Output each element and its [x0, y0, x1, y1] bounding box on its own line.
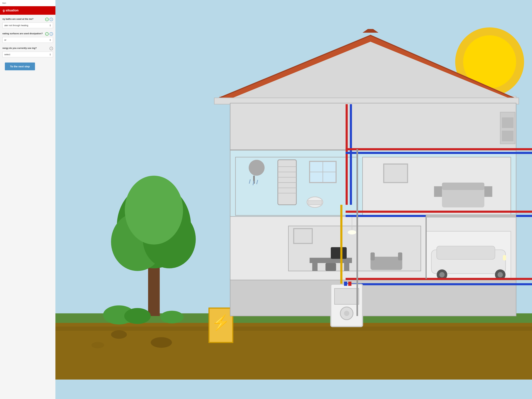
- svg-rect-30: [437, 246, 495, 259]
- svg-rect-75: [502, 131, 513, 141]
- select-wrapper-2: or Floor Radiator ⇕: [2, 37, 53, 43]
- svg-rect-68: [442, 183, 484, 190]
- breadcrumb-text: tion: [2, 2, 6, 4]
- question-icons-3: ✓: [50, 47, 53, 50]
- question-block-3: nergy do you currently use ing? ✓ select…: [2, 47, 53, 57]
- svg-text:⚡: ⚡: [211, 314, 230, 331]
- question-label-3: nergy do you currently use ing?: [2, 47, 50, 50]
- left-panel: tion g situation ny baths are used at th…: [0, 0, 55, 399]
- svg-rect-74: [502, 117, 513, 128]
- svg-point-8: [91, 342, 104, 348]
- select-wrapper-3: select Gas Electric Oil ⇕: [2, 52, 53, 57]
- svg-rect-70: [484, 186, 492, 197]
- svg-point-7: [151, 337, 172, 348]
- svg-rect-40: [331, 247, 347, 259]
- svg-rect-62: [308, 201, 322, 205]
- svg-rect-41: [325, 263, 336, 271]
- svg-rect-91: [344, 282, 347, 286]
- section-header: g situation: [0, 6, 55, 15]
- section-title: g situation: [3, 9, 19, 12]
- svg-rect-43: [370, 253, 374, 260]
- breadcrumb: tion: [0, 0, 55, 6]
- svg-point-49: [249, 160, 265, 176]
- svg-point-33: [439, 272, 445, 278]
- svg-point-6: [111, 330, 127, 339]
- question-block-2: eating surfaces are used dissipation? ✓ …: [2, 32, 53, 43]
- svg-point-47: [348, 230, 356, 234]
- svg-rect-5: [55, 327, 532, 331]
- question-label-row-3: nergy do you currently use ing? ✓: [2, 47, 53, 50]
- form-section: ny baths are used at the me? ✓ i ater no…: [0, 15, 55, 399]
- svg-rect-92: [348, 282, 351, 286]
- svg-rect-88: [334, 289, 359, 304]
- svg-rect-39: [344, 263, 349, 271]
- select-wrapper-1: ater not through heating Water through h…: [2, 23, 53, 28]
- svg-point-90: [344, 311, 349, 316]
- question-block-1: ny baths are used at the me? ✓ i ater no…: [2, 18, 53, 28]
- question-label-2: eating surfaces are used dissipation?: [2, 32, 45, 35]
- next-step-button[interactable]: To the next step: [5, 63, 35, 70]
- svg-rect-69: [434, 186, 442, 197]
- svg-rect-38: [312, 263, 318, 271]
- question-label-1: ny baths are used at the me?: [2, 18, 45, 21]
- svg-rect-35: [503, 255, 506, 260]
- svg-point-15: [124, 308, 151, 324]
- svg-rect-71: [384, 164, 408, 183]
- house-svg: ⚡: [55, 0, 532, 399]
- check-icon-1[interactable]: ✓: [45, 18, 49, 21]
- svg-point-13: [125, 176, 183, 245]
- info-icon-2[interactable]: i: [50, 32, 53, 36]
- house-illustration: ⚡: [55, 0, 532, 399]
- question-label-row-2: eating surfaces are used dissipation? ✓ …: [2, 32, 53, 36]
- question-icons-2: ✓ i: [45, 32, 53, 36]
- info-icon-1[interactable]: i: [50, 18, 53, 21]
- svg-point-16: [160, 311, 184, 323]
- svg-rect-42: [370, 257, 402, 270]
- check-icon-2[interactable]: ✓: [45, 32, 49, 36]
- svg-rect-72: [230, 103, 516, 150]
- select-q2[interactable]: or Floor Radiator: [2, 37, 53, 43]
- question-icons-1: ✓ i: [45, 18, 53, 21]
- svg-rect-122: [426, 214, 516, 217]
- check-icon-3[interactable]: ✓: [50, 47, 53, 50]
- select-q1[interactable]: ater not through heating Water through h…: [2, 23, 53, 28]
- svg-point-34: [498, 272, 503, 278]
- svg-rect-44: [398, 253, 402, 260]
- svg-rect-3: [55, 316, 532, 380]
- question-label-row-1: ny baths are used at the me? ✓ i: [2, 18, 53, 21]
- right-panel: ⚡: [55, 0, 532, 399]
- select-q3[interactable]: select Gas Electric Oil: [2, 52, 53, 57]
- svg-rect-45: [294, 228, 312, 243]
